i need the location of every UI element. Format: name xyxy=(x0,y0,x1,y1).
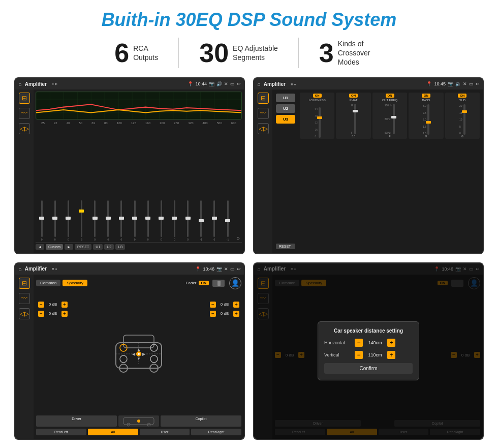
cross-sidebar-expand-icon[interactable]: ◁▷ xyxy=(19,308,30,319)
amp-ch-sub-on[interactable]: ON xyxy=(458,94,466,98)
eq-u1-btn[interactable]: U1 xyxy=(93,244,103,250)
cross-db-tl-plus[interactable]: + xyxy=(61,302,68,308)
dialog-title: Car speaker distance setting xyxy=(324,328,413,334)
eq-time: 10:44 xyxy=(195,81,207,86)
cross-db-tl-minus[interactable]: − xyxy=(38,302,44,308)
amp-sidebar-wave-icon[interactable]: 〰 xyxy=(258,108,269,119)
cross-db-bl-minus[interactable]: − xyxy=(38,311,44,317)
cross-db-tr-plus[interactable]: + xyxy=(233,302,239,308)
cross-db-tr-minus[interactable]: − xyxy=(210,302,216,308)
eq-sidebar-speaker-icon[interactable]: ◁▷ xyxy=(19,123,30,134)
eq-slider-11[interactable]: 0 xyxy=(168,200,180,241)
eq-sidebar-wave-icon[interactable]: 〰 xyxy=(19,108,30,119)
cross-user-btn[interactable]: User xyxy=(140,429,190,435)
eq-next-btn[interactable]: ► xyxy=(65,244,73,250)
location-icon: 📍 xyxy=(188,81,193,86)
back-icon: ↩ xyxy=(237,81,241,86)
eq-slider-val-4: 5 xyxy=(81,238,82,241)
stat-crossover-label: Kinds ofCrossover Modes xyxy=(338,39,384,67)
amp-ch-phat: ON PHAT GF 3.0 xyxy=(336,93,370,139)
cross-fader-thumb xyxy=(217,281,221,286)
eq-slider-6[interactable]: 0 xyxy=(102,200,114,241)
cross-rearleft-btn[interactable]: RearLeft xyxy=(36,429,86,435)
cross-tab-specialty[interactable]: Specialty xyxy=(63,280,87,286)
stat-rca-label: RCAOutputs xyxy=(133,44,158,62)
eq-sidebar-eq-icon[interactable]: ⊟ xyxy=(19,93,30,104)
amp-ch-phat-slider[interactable] xyxy=(354,104,356,134)
cross-db-br-minus[interactable]: − xyxy=(210,311,216,317)
page-wrapper: Buith-in 30EQ DSP Sound System 6 RCAOutp… xyxy=(0,0,498,448)
amp-u3-btn[interactable]: U3 xyxy=(276,115,295,124)
dialog-horizontal-plus[interactable]: + xyxy=(387,339,395,347)
eq-custom-btn[interactable]: Custom xyxy=(46,244,63,250)
cross-sidebar-eq-icon[interactable]: ⊟ xyxy=(19,278,30,289)
dialog-vertical-minus[interactable]: − xyxy=(355,351,363,359)
cross-home-icon[interactable]: ⌂ xyxy=(18,266,22,272)
amp-ch-loudness-on[interactable]: ON xyxy=(313,94,322,98)
amp-u2-btn[interactable]: U2 xyxy=(276,104,295,113)
amp-ch-cutfreq-thumb xyxy=(391,116,396,118)
cross-fader-on[interactable]: ON xyxy=(199,281,209,285)
amp-ch-cutfreq-slider[interactable] xyxy=(393,104,395,134)
eq-slider-12[interactable]: 0 xyxy=(182,200,194,241)
eq-slider-8[interactable]: 0 xyxy=(129,200,141,241)
eq-slider-2[interactable]: 0 xyxy=(49,200,61,241)
cross-all-btn[interactable]: All xyxy=(88,429,138,435)
cross-driver-btn[interactable]: Driver xyxy=(36,415,117,427)
svg-text:◀: ◀ xyxy=(132,352,136,356)
amp-sidebar-eq-icon[interactable]: ⊟ xyxy=(258,93,269,104)
home-icon[interactable]: ⌂ xyxy=(18,81,22,87)
amp-sidebar-speaker-icon[interactable]: ◁▷ xyxy=(258,123,269,134)
cross-tab-common[interactable]: Common xyxy=(36,280,60,286)
cross-db-br-plus[interactable]: + xyxy=(233,311,239,317)
eq-slider-track-12 xyxy=(187,200,189,237)
eq-slider-4[interactable]: 5 xyxy=(75,200,87,241)
cross-topbar-title: Amplifier xyxy=(25,266,47,272)
amp-presets: U1 U2 U3 RESET xyxy=(274,92,297,251)
cross-sidebar-wave-icon[interactable]: 〰 xyxy=(19,293,30,304)
eq-slider-7[interactable]: 0 xyxy=(115,200,128,241)
eq-slider-13[interactable]: -1 xyxy=(195,200,207,241)
cross-person-icon[interactable]: 👤 xyxy=(229,277,241,289)
cross-copilot-btn[interactable]: Copilot xyxy=(161,415,241,427)
cross-db-tr-value: 0 dB xyxy=(217,302,232,307)
amp-ch-bass-slider[interactable] xyxy=(427,104,429,135)
eq-slider-track-13 xyxy=(200,200,202,237)
eq-slider-3[interactable]: 0 xyxy=(62,200,74,241)
eq-slider-14[interactable]: 0 xyxy=(208,200,221,241)
dialog-horizontal-minus[interactable]: − xyxy=(355,339,363,347)
eq-slider-track-10 xyxy=(161,200,162,237)
dialog-vertical-plus[interactable]: + xyxy=(387,351,395,359)
amp-ch-cutfreq-on[interactable]: ON xyxy=(386,94,394,98)
cross-db-bl-plus[interactable]: + xyxy=(61,311,68,317)
eq-slider-track-9 xyxy=(147,200,149,237)
amp-ch-loudness-slider[interactable] xyxy=(319,107,321,138)
amp-ch-bass-on[interactable]: ON xyxy=(422,94,430,98)
eq-slider-10[interactable]: 0 xyxy=(155,200,167,241)
eq-slider-1[interactable]: 0 xyxy=(36,200,48,241)
eq-u3-btn[interactable]: U3 xyxy=(115,244,125,250)
svg-point-20 xyxy=(137,420,140,423)
amp-home-icon[interactable]: ⌂ xyxy=(257,81,261,87)
cross-db-tl-value: 0 dB xyxy=(46,302,60,307)
cross-topbar-dots: ■ ● xyxy=(52,267,57,271)
cross-volume-icon: ✕ xyxy=(224,266,228,272)
eq-slider-9[interactable]: 0 xyxy=(142,200,154,241)
eq-slider-5[interactable]: 0 xyxy=(89,200,101,241)
eq-more-icon[interactable]: » xyxy=(235,235,242,241)
confirm-button[interactable]: Confirm xyxy=(324,363,413,374)
eq-u2-btn[interactable]: U2 xyxy=(104,244,114,250)
svg-text:▶: ▶ xyxy=(142,352,146,356)
cross-rearright-btn[interactable]: RearRight xyxy=(191,429,241,435)
eq-reset-btn[interactable]: RESET xyxy=(75,244,91,250)
amp-ch-phat-on[interactable]: ON xyxy=(349,94,358,98)
amp-u1-btn[interactable]: U1 xyxy=(276,94,295,102)
amp-ch-sub-slider[interactable] xyxy=(463,104,465,135)
amp-reset-btn[interactable]: RESET xyxy=(276,244,295,249)
eq-slider-15[interactable]: -1 xyxy=(222,200,234,241)
cross-db-left: − 0 dB + − 0 dB + xyxy=(38,302,68,317)
dialog-vertical-label: Vertical xyxy=(324,352,355,357)
close-icon: ✕ xyxy=(224,81,228,86)
cross-fader-slider[interactable] xyxy=(212,280,225,287)
eq-prev-btn[interactable]: ◄ xyxy=(36,244,44,250)
